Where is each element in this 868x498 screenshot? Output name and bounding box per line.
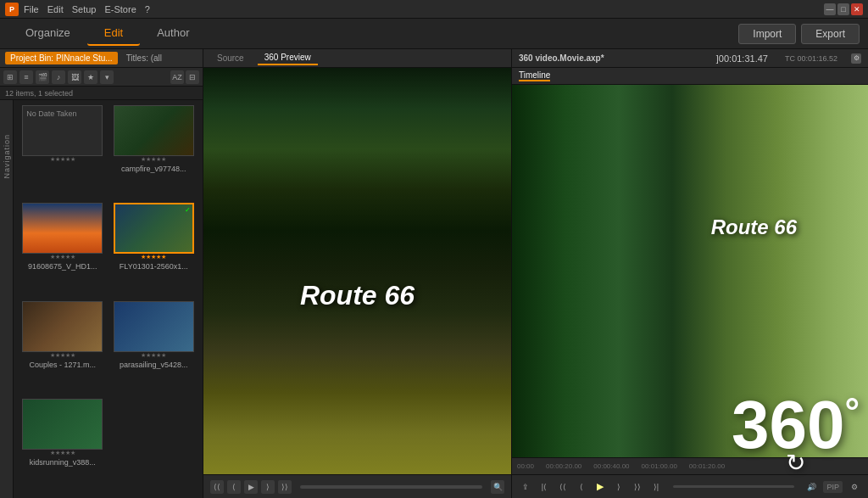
- right-timecode-left: ]00:01:31.47: [716, 53, 768, 64]
- pb-back[interactable]: ⟨: [575, 480, 588, 494]
- top-right-buttons[interactable]: Import Export: [738, 24, 860, 44]
- ruler-mark-2: 00:00:40.00: [593, 462, 629, 470]
- right-preview-area[interactable]: Route 66: [512, 85, 868, 457]
- preview-fforward[interactable]: ⟩⟩: [278, 480, 292, 494]
- menu-edit[interactable]: Edit: [47, 4, 64, 14]
- bin-thumb-6: [114, 301, 194, 352]
- preview-tabs[interactable]: Source 360 Preview: [203, 49, 511, 68]
- bin-grid[interactable]: No Date Taken ★★★★★ ★★★★★ campfire_v9774…: [14, 100, 203, 498]
- right-playback[interactable]: ⇪ |⟨ ⟨⟨ ⟨ ▶ ⟩ ⟩⟩ ⟩| 🔊 PIP ⚙: [512, 474, 868, 498]
- menu-bar[interactable]: File Edit Setup E-Store ?: [24, 4, 150, 14]
- bin-stars-1: ★★★★★: [50, 254, 75, 260]
- right-tab-timeline[interactable]: Timeline: [519, 70, 550, 81]
- bin-thumb-2: [114, 105, 194, 156]
- window-controls[interactable]: — □ ✕: [824, 3, 863, 15]
- menu-estore[interactable]: E-Store: [104, 4, 136, 14]
- menu-setup[interactable]: Setup: [72, 4, 97, 14]
- tab-source[interactable]: Source: [210, 52, 251, 64]
- pb-volume[interactable]: 🔊: [804, 480, 818, 494]
- bin-label-5: kidsrunning_v388...: [22, 458, 103, 467]
- preview-forward[interactable]: ⟩: [261, 480, 275, 494]
- bin-item-0[interactable]: No Date Taken ★★★★★: [19, 105, 107, 199]
- bin-tool-filter[interactable]: ▾: [100, 70, 114, 84]
- bin-stars-2: ★★★★★: [141, 156, 166, 163]
- bin-thumb-0: No Date Taken: [22, 105, 103, 156]
- right-panel: 360 video.Movie.axp* ]00:01:31.47 TC 00:…: [512, 49, 868, 498]
- import-button[interactable]: Import: [738, 24, 796, 44]
- pb-fforward[interactable]: ⟩⟩: [631, 480, 644, 494]
- main-area: Project Bin: PINnacle Stu... Titles: (al…: [0, 49, 868, 498]
- bin-stars-5: ★★★★★: [50, 450, 75, 456]
- right-timeline-ruler: 00:00 00:00:20.00 00:00:40.00 00:01:00.0…: [517, 462, 863, 470]
- bin-thumb-4: [22, 301, 103, 352]
- bin-stars-6: ★★★★★: [141, 352, 166, 359]
- bin-thumb-5: [22, 399, 103, 450]
- pb-forward[interactable]: ⟩: [612, 480, 626, 494]
- bin-view-toggle[interactable]: ⊟: [186, 70, 199, 84]
- bin-toolbar[interactable]: ⊞ ≡ 🎬 ♪ 🖼 ★ ▾ AZ ⊟: [0, 68, 203, 87]
- bin-item-3[interactable]: ✓ ★★★★★ FLY01301-2560x1...: [110, 203, 198, 297]
- bin-tool-image[interactable]: 🖼: [68, 70, 81, 84]
- ruler-mark-1: 00:00:20.00: [546, 462, 581, 470]
- bin-item-1[interactable]: ★★★★★ 91608675_V_HD1...: [19, 203, 107, 297]
- bin-item-5[interactable]: ★★★★★ kidsrunning_v388...: [19, 399, 107, 493]
- ruler-mark-4: 00:01:20.00: [689, 462, 725, 470]
- bin-tool-film[interactable]: 🎬: [36, 70, 49, 84]
- menu-file[interactable]: File: [24, 4, 39, 14]
- pb-rewind-all[interactable]: |⟨: [537, 480, 551, 494]
- right-filename: 360 video.Movie.axp*: [519, 53, 604, 63]
- preview-play[interactable]: ▶: [244, 480, 258, 494]
- preview-controls[interactable]: ⟨⟨ ⟨ ▶ ⟩ ⟩⟩ 🔍: [203, 474, 511, 498]
- preview-area[interactable]: Route 66: [203, 68, 511, 474]
- minimize-button[interactable]: —: [824, 3, 836, 15]
- tab-organize[interactable]: Organize: [8, 21, 87, 46]
- maximize-button[interactable]: □: [837, 3, 849, 15]
- bin-tool-fx[interactable]: ★: [84, 70, 97, 84]
- pb-scrubber[interactable]: [673, 485, 794, 488]
- bin-item-2[interactable]: ★★★★★ campfire_v97748...: [110, 105, 198, 199]
- bin-tool-grid[interactable]: ⊞: [3, 70, 17, 84]
- right-timecode-right: TC 00:01:16.52: [785, 54, 837, 63]
- bin-info: 12 items, 1 selected: [0, 87, 203, 100]
- preview-zoom[interactable]: 🔍: [491, 480, 504, 494]
- preview-scrubber[interactable]: [300, 485, 482, 489]
- tab-edit[interactable]: Edit: [87, 21, 140, 46]
- tab-360preview[interactable]: 360 Preview: [258, 51, 318, 65]
- pip-button[interactable]: PIP: [823, 481, 843, 493]
- nav-sidebar: Navigation: [0, 100, 14, 498]
- pb-rewind[interactable]: ⟨⟨: [556, 480, 570, 494]
- right-timeline-bar: 00:00 00:00:20.00 00:00:40.00 00:01:00.0…: [512, 457, 868, 474]
- preview-rewind[interactable]: ⟨⟨: [210, 480, 224, 494]
- right-header-icon[interactable]: ⚙: [851, 53, 861, 64]
- preview-back[interactable]: ⟨: [227, 480, 241, 494]
- titles-tab[interactable]: Titles: (all: [121, 52, 167, 64]
- bin-thumb-3: ✓: [114, 203, 194, 254]
- nav-tabs[interactable]: Organize Edit Author: [8, 21, 206, 46]
- bin-label-3: FLY01301-2560x1...: [114, 262, 194, 271]
- close-button[interactable]: ✕: [851, 3, 863, 15]
- pb-settings[interactable]: ⚙: [848, 480, 861, 494]
- nav-sidebar-label: Navigation: [3, 134, 11, 179]
- pb-share[interactable]: ⇪: [519, 480, 532, 494]
- project-bin-tab[interactable]: Project Bin: PINnacle Stu...: [5, 52, 118, 64]
- bin-item-6[interactable]: ★★★★★ parasailing_v5428...: [110, 301, 198, 395]
- tab-author[interactable]: Author: [140, 21, 206, 46]
- top-nav: Organize Edit Author Import Export: [0, 19, 868, 49]
- right-preview-bg: [512, 85, 868, 457]
- bin-item-4[interactable]: ★★★★★ Couples - 1271.m...: [19, 301, 107, 395]
- bin-stars-3: ★★★★★: [141, 254, 166, 260]
- bin-tool-list[interactable]: ≡: [19, 70, 33, 84]
- left-panel: Project Bin: PINnacle Stu... Titles: (al…: [0, 49, 203, 498]
- bin-stars-0: ★★★★★: [50, 156, 75, 163]
- right-header: 360 video.Movie.axp* ]00:01:31.47 TC 00:…: [512, 49, 868, 68]
- export-button[interactable]: Export: [801, 24, 860, 44]
- pb-forward-all[interactable]: ⟩|: [649, 480, 663, 494]
- title-bar: P File Edit Setup E-Store ? — □ ✕: [0, 0, 868, 19]
- right-route66-text: Route 66: [711, 215, 797, 239]
- menu-help[interactable]: ?: [145, 4, 150, 14]
- bin-sort-az[interactable]: AZ: [170, 70, 184, 84]
- pb-play[interactable]: ▶: [593, 480, 607, 494]
- right-tabs-bar[interactable]: Timeline: [512, 68, 868, 85]
- preview-route66-text: Route 66: [300, 280, 415, 311]
- bin-tool-music[interactable]: ♪: [52, 70, 65, 84]
